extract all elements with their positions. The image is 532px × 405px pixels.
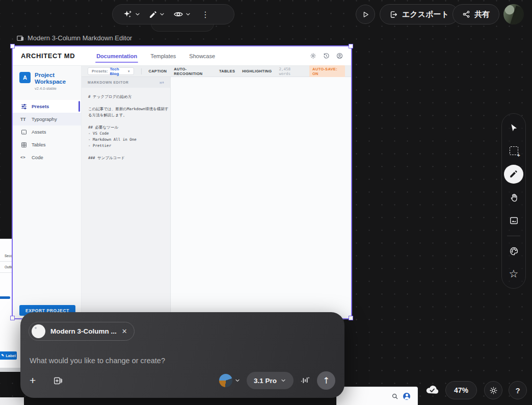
account-icon[interactable]	[336, 53, 343, 59]
frame-select-tool[interactable]	[504, 142, 523, 161]
mock-logo: ARCHITECT MD	[21, 52, 75, 60]
palette-tool[interactable]	[504, 242, 523, 261]
mock-toolbar: Presets: Tech Blog ▾ CAPTION AUTO-RECOGN…	[82, 66, 351, 77]
mock-sidebar-item-presets[interactable]: Presets	[13, 100, 81, 113]
user-avatar[interactable]	[503, 4, 524, 24]
help-button[interactable]: ?	[509, 381, 527, 399]
typography-icon: TT	[20, 117, 27, 122]
chevron-down-icon	[234, 377, 241, 384]
presets-dropdown-label: Presets:	[92, 69, 108, 73]
frame-title[interactable]: Modern 3-Column Markdown Editor	[28, 34, 132, 42]
editor-content[interactable]: # テックブログの始め方 この記事では、最新のMarkdown環境を構築す る方…	[82, 88, 170, 167]
preview-play-button[interactable]	[356, 5, 375, 24]
mock-nav-templates[interactable]: Templates	[150, 47, 176, 65]
selected-artboard[interactable]: ARCHITECT MD Documentation Templates Sho…	[13, 46, 351, 318]
mock-sidebar-item-assets[interactable]: Assets	[13, 125, 81, 138]
export-button-label: エクスポート	[402, 10, 449, 19]
add-frame-icon[interactable]	[53, 376, 63, 386]
draw-tool-group[interactable]	[146, 10, 168, 19]
chevron-down-icon	[159, 11, 165, 17]
mock-sidebar-item-label: Typography	[32, 116, 57, 122]
editor-line: ## 必要なツール	[88, 124, 164, 131]
voice-input-icon[interactable]	[300, 375, 311, 386]
progress-bar	[0, 296, 10, 299]
mock-sidebar-item-typography[interactable]: TT Typography	[13, 113, 81, 125]
divider	[507, 236, 520, 236]
table-grid-icon	[20, 142, 27, 148]
mock-sidebar-item-code[interactable]: < > Code	[13, 151, 81, 164]
theme-toggle-button[interactable]	[484, 381, 502, 399]
panel-footer-bar	[0, 368, 22, 372]
toolbar-tab-caption[interactable]: CAPTION	[148, 69, 167, 73]
help-icon: ?	[515, 386, 520, 395]
mock-nav: Documentation Templates Showcase	[96, 47, 215, 65]
model-selector[interactable]: 3.1 Pro	[247, 372, 294, 389]
add-attachment-button[interactable]: +	[30, 374, 47, 387]
mock-nav-showcase[interactable]: Showcase	[189, 47, 215, 65]
close-icon[interactable]: ✕	[122, 327, 127, 335]
selection-handle-bottom-right[interactable]	[349, 316, 353, 320]
editor-line: ### サンプルコード	[88, 155, 164, 161]
mock-sidebar: A Project Workspace v2.4.0-stable Preset…	[13, 66, 82, 318]
presets-dropdown-value: Tech Blog	[110, 67, 126, 76]
share-button[interactable]: 共有	[453, 4, 499, 24]
share-icon	[462, 10, 470, 18]
favorites-tool[interactable]: ☆	[504, 265, 523, 284]
hand-tool[interactable]	[504, 188, 523, 207]
model-label: 3.1 Pro	[254, 377, 277, 385]
mock-project-block[interactable]: A Project Workspace v2.4.0-stable	[13, 66, 81, 91]
selection-handle-top-right[interactable]	[349, 44, 353, 48]
image-tool[interactable]	[504, 211, 523, 230]
export-button[interactable]: エクスポート	[380, 4, 459, 24]
selection-handle-bottom-left[interactable]	[10, 316, 15, 320]
partial-artboard-bottom-left	[0, 397, 24, 405]
toolbar-tab-highlighting[interactable]: HIGHLIGHTING	[242, 69, 272, 73]
ai-tool-group[interactable]	[120, 9, 144, 19]
mock-sidebar-item-label: Code	[32, 155, 43, 160]
chevron-down-icon	[280, 377, 286, 384]
view-tool-group[interactable]	[170, 9, 194, 19]
star-icon: ☆	[509, 269, 519, 280]
toolbar-tab-auto-recognition[interactable]: AUTO-RECOGNITION	[174, 67, 212, 76]
pencil-icon: ✎	[1, 353, 4, 358]
label-badge-text: Label	[6, 353, 16, 358]
style-picker[interactable]	[219, 374, 241, 387]
image-icon	[20, 129, 27, 135]
mock-sidebar-item-label: Presets	[32, 104, 49, 109]
selection-handle-top-left[interactable]	[10, 44, 15, 48]
context-chip[interactable]: Modern 3-Column ... ✕	[29, 322, 135, 341]
label-badge[interactable]: ✎ Label	[0, 351, 17, 360]
editor-line: る方法を解説します。	[88, 112, 164, 118]
account-badge-icon[interactable]	[403, 393, 410, 400]
code-icon: < >	[20, 155, 27, 160]
main-toolbar: ⋮	[112, 4, 234, 24]
mock-nav-documentation[interactable]: Documentation	[96, 47, 137, 65]
frame-title-bar[interactable]: Modern 3-Column Markdown Editor	[17, 34, 132, 42]
export-icon	[389, 10, 398, 19]
more-options-icon[interactable]: ⋮	[196, 10, 211, 19]
editor-line	[88, 100, 164, 106]
project-avatar: A	[19, 72, 31, 83]
mock-markdown-editor: MARKDOWN EDITOR # テックブログの始め方 この記事では、最新のM…	[82, 77, 171, 318]
send-button[interactable]: ↑	[317, 371, 335, 390]
markdown-icon	[159, 81, 164, 85]
chevron-down-icon: ▾	[128, 69, 130, 73]
mock-app-header: ARCHITECT MD Documentation Templates Sho…	[13, 46, 351, 66]
zoom-level-value: 47%	[454, 386, 468, 394]
partial-artboard-bottom	[336, 387, 418, 405]
mock-sidebar-item-tables[interactable]: Tables	[13, 138, 81, 151]
cursor-tool[interactable]	[504, 118, 523, 137]
settings-gear-icon[interactable]	[310, 53, 316, 59]
chat-panel: Modern 3-Column ... ✕ What would you lik…	[20, 312, 344, 398]
toolbar-tab-tables[interactable]: TABLES	[219, 69, 235, 73]
tool-rail: ☆	[501, 113, 526, 289]
pencil-tool-active[interactable]	[504, 165, 523, 184]
chat-input[interactable]: What would you like to change or create?	[30, 357, 165, 365]
history-icon[interactable]	[323, 53, 330, 59]
presets-dropdown[interactable]: Presets: Tech Blog ▾	[88, 67, 134, 75]
project-version: v2.4.0-stable	[35, 86, 72, 91]
mock-sidebar-item-label: Tables	[32, 142, 45, 147]
chevron-down-icon	[185, 11, 191, 17]
zoom-level-control[interactable]: 47%	[445, 381, 477, 399]
search-icon[interactable]	[391, 393, 398, 400]
